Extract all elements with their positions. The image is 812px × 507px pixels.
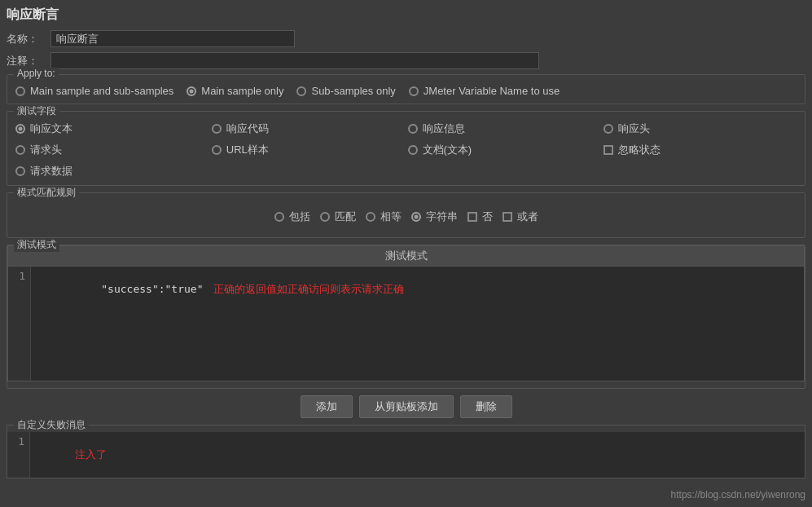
field-response-code[interactable]: 响应代码 [212, 121, 405, 136]
pattern-or[interactable]: 或者 [503, 209, 538, 224]
pattern-matches[interactable]: 匹配 [320, 209, 356, 224]
field-doc-text[interactable]: 文档(文本) [408, 143, 601, 157]
field-response-message-radio [408, 124, 418, 134]
field-doc-text-label: 文档(文本) [423, 143, 472, 157]
apply-to-title: Apply to: [14, 68, 59, 79]
line-numbers: 1 [8, 267, 31, 381]
pattern-match-section: 模式匹配规则 包括 匹配 相等 字符串 否 [7, 192, 805, 238]
apply-main-sub-label: Main sample and sub-samples [30, 85, 173, 97]
watermark: https://blog.csdn.net/yiwenrong [671, 489, 805, 500]
pattern-equals-radio [366, 212, 375, 222]
field-response-message[interactable]: 响应信息 [408, 121, 601, 136]
apply-sub-only[interactable]: Sub-samples only [296, 85, 395, 97]
pattern-row: 包括 匹配 相等 字符串 否 或者 [15, 203, 797, 231]
editor-line1: "success":"true" [101, 283, 203, 295]
name-label: 名称： [7, 32, 46, 46]
field-response-header-label: 响应头 [618, 121, 650, 136]
field-response-message-label: 响应信息 [423, 121, 465, 136]
pattern-or-label: 或者 [517, 209, 538, 224]
apply-main-sub[interactable]: Main sample and sub-samples [15, 85, 173, 97]
field-request-data[interactable]: 请求数据 [15, 164, 208, 179]
test-mode-container: 测试模式 1 "success":"true"正确的返回值如正确访问则表示请求正… [7, 245, 805, 381]
field-request-header-label: 请求头 [30, 143, 62, 157]
pattern-match-title: 模式匹配规则 [14, 186, 79, 200]
field-doc-text-radio [408, 145, 418, 155]
field-request-header-radio [15, 145, 25, 155]
field-request-header[interactable]: 请求头 [15, 143, 208, 157]
pattern-matches-label: 匹配 [335, 209, 356, 224]
custom-fail-text: 注入了 [75, 448, 107, 461]
field-request-data-label: 请求数据 [30, 164, 72, 179]
custom-fail-title: 自定义失败消息 [14, 418, 89, 432]
pattern-equals[interactable]: 相等 [366, 209, 402, 224]
pattern-not-checkbox [467, 212, 477, 222]
pattern-contains-radio [274, 212, 284, 222]
test-fields-grid: 响应文本 响应代码 响应信息 响应头 请求头 URL样本 [15, 121, 797, 179]
field-ignore-status-checkbox [604, 145, 613, 155]
field-response-header[interactable]: 响应头 [604, 121, 797, 136]
pattern-not[interactable]: 否 [467, 209, 493, 224]
add-button[interactable]: 添加 [301, 395, 353, 418]
pattern-contains[interactable]: 包括 [274, 209, 310, 224]
editor-hint: 正确的返回值如正确访问则表示请求正确 [213, 283, 404, 295]
test-mode-header: 测试模式 [8, 246, 804, 267]
pattern-matches-radio [320, 212, 330, 222]
test-fields-title: 测试字段 [14, 104, 59, 118]
pattern-not-label: 否 [482, 209, 493, 224]
field-ignore-status-label: 忽略状态 [618, 143, 661, 157]
apply-main-only-label: Main sample only [201, 85, 283, 97]
apply-to-row: Main sample and sub-samples Main sample … [15, 85, 797, 97]
apply-to-section: Apply to: Main sample and sub-samples Ma… [7, 74, 805, 104]
pattern-contains-label: 包括 [289, 209, 310, 224]
custom-fail-content[interactable]: 注入了 [30, 432, 805, 478]
pattern-substring-label: 字符串 [426, 209, 458, 224]
name-input[interactable] [50, 30, 295, 47]
apply-jmeter-var[interactable]: JMeter Variable Name to use [409, 85, 560, 97]
field-ignore-status[interactable]: 忽略状态 [604, 143, 797, 157]
add-from-clipboard-button[interactable]: 从剪贴板添加 [359, 395, 454, 418]
field-response-code-radio [212, 124, 222, 134]
pattern-equals-label: 相等 [380, 209, 402, 224]
field-response-header-radio [604, 124, 613, 134]
apply-main-only[interactable]: Main sample only [187, 85, 283, 97]
test-mode-section: 测试模式 测试模式 1 "success":"true"正确的返回值如正确访问则… [7, 245, 805, 389]
apply-jmeter-var-radio [409, 86, 419, 96]
test-mode-title: 测试模式 [14, 238, 59, 252]
apply-sub-only-label: Sub-samples only [311, 85, 395, 97]
field-response-code-label: 响应代码 [226, 121, 269, 136]
custom-fail-line-numbers: 1 [7, 432, 30, 478]
field-url-sample-radio [212, 145, 222, 155]
comment-label: 注释： [7, 54, 46, 68]
field-response-text-radio [15, 124, 25, 134]
field-url-sample-label: URL样本 [226, 143, 269, 157]
page-title: 响应断言 [7, 7, 805, 24]
test-fields-section: 测试字段 响应文本 响应代码 响应信息 响应头 请求头 [7, 111, 805, 186]
field-url-sample[interactable]: URL样本 [212, 143, 405, 157]
pattern-substring[interactable]: 字符串 [411, 209, 458, 224]
pattern-substring-radio [411, 212, 421, 222]
apply-main-only-radio [187, 86, 196, 96]
apply-main-sub-radio [15, 86, 25, 96]
custom-fail-editor[interactable]: 1 注入了 [7, 432, 805, 478]
delete-button[interactable]: 删除 [460, 395, 512, 418]
editor-content[interactable]: "success":"true"正确的返回值如正确访问则表示请求正确 [31, 267, 804, 381]
buttons-row: 添加 从剪贴板添加 删除 [7, 395, 805, 418]
apply-jmeter-var-label: JMeter Variable Name to use [424, 85, 560, 97]
test-mode-editor[interactable]: 1 "success":"true"正确的返回值如正确访问则表示请求正确 [8, 267, 804, 381]
field-request-data-radio [15, 166, 25, 176]
apply-sub-only-radio [296, 86, 306, 96]
comment-input[interactable] [50, 52, 539, 69]
field-response-text-label: 响应文本 [30, 121, 72, 136]
custom-fail-section: 自定义失败消息 1 注入了 [7, 425, 805, 478]
pattern-or-checkbox [503, 212, 512, 222]
field-response-text[interactable]: 响应文本 [15, 121, 208, 136]
